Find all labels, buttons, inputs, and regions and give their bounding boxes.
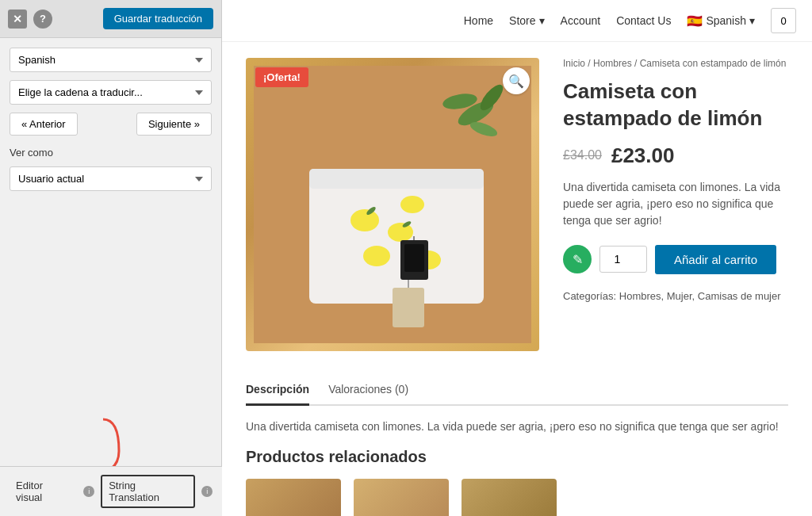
tabs-bar: Descripción Valoraciones (0) xyxy=(246,375,788,406)
svg-rect-7 xyxy=(309,169,484,189)
product-title: Camiseta con estampado de limón xyxy=(563,78,788,132)
svg-rect-16 xyxy=(404,244,424,272)
related-grid xyxy=(246,479,788,516)
related-card-3[interactable] xyxy=(462,479,557,516)
svg-point-8 xyxy=(350,209,379,231)
store-chevron-icon: ▾ xyxy=(539,14,545,27)
product-illustration xyxy=(254,66,531,343)
help-button[interactable]: ? xyxy=(33,10,52,29)
main-content: Home Store ▾ Account Contact Us 🇪🇸 Spani… xyxy=(222,0,812,516)
bottom-toolbar: Editor visual i String Translation i xyxy=(0,466,222,516)
product-info: Inicio / Hombres / Camiseta con estampad… xyxy=(563,58,788,351)
string-translation-tab[interactable]: String Translation xyxy=(101,475,195,508)
new-price: £23.00 xyxy=(611,143,675,168)
home-link[interactable]: Home xyxy=(464,14,493,27)
store-link[interactable]: Store ▾ xyxy=(509,14,544,27)
language-chevron-icon: ▾ xyxy=(749,14,755,27)
translation-panel: ✕ ? Guardar traducción Spanish Elige la … xyxy=(0,0,222,516)
breadcrumb: Inicio / Hombres / Camiseta con estampad… xyxy=(563,58,788,69)
product-image-container: ¡Oferta! 🔍 xyxy=(246,58,539,351)
related-products-section: Productos relacionados xyxy=(222,448,812,516)
panel-content: Spanish Elige la cadena a traducir... « … xyxy=(0,38,221,201)
contact-link[interactable]: Contact Us xyxy=(616,14,671,27)
prev-button[interactable]: « Anterior xyxy=(10,113,78,136)
string-select[interactable]: Elige la cadena a traducir... xyxy=(10,80,212,105)
navigation-buttons: « Anterior Siguiente » xyxy=(10,113,212,136)
top-navigation: Home Store ▾ Account Contact Us 🇪🇸 Spani… xyxy=(222,0,812,42)
tab-descripcion[interactable]: Descripción xyxy=(246,375,309,406)
svg-rect-18 xyxy=(393,288,424,327)
add-to-cart-row: ✎ Añadir al carrito xyxy=(563,245,788,274)
svg-point-9 xyxy=(388,223,413,242)
cart-button[interactable]: 0 xyxy=(771,8,796,33)
product-image: ¡Oferta! 🔍 xyxy=(246,58,539,351)
flag-icon: 🇪🇸 xyxy=(687,13,703,29)
quantity-input[interactable] xyxy=(599,246,647,273)
save-translation-button[interactable]: Guardar traducción xyxy=(103,8,213,29)
oferta-badge: ¡Oferta! xyxy=(255,67,308,87)
tab-valoraciones[interactable]: Valoraciones (0) xyxy=(328,375,408,406)
svg-point-10 xyxy=(363,246,390,266)
view-as-select[interactable]: Usuario actual xyxy=(10,166,212,191)
product-description: Una divertida camiseta con limones. La v… xyxy=(563,179,788,229)
price-block: £34.00 £23.00 xyxy=(563,143,788,168)
edit-icon-button[interactable]: ✎ xyxy=(563,245,592,273)
close-button[interactable]: ✕ xyxy=(8,10,27,29)
categories-label: Categorías: xyxy=(563,290,616,302)
old-price: £34.00 xyxy=(563,148,602,162)
related-card-1[interactable] xyxy=(246,479,341,516)
panel-toolbar: ✕ ? Guardar traducción xyxy=(0,0,221,38)
language-selector[interactable]: 🇪🇸 Spanish ▾ xyxy=(687,13,755,29)
add-to-cart-button[interactable]: Añadir al carrito xyxy=(655,245,776,274)
svg-point-11 xyxy=(400,196,424,213)
view-as-label: Ver como xyxy=(10,147,212,159)
categories-values: Hombres, Mujer, Camisas de mujer xyxy=(619,290,781,302)
account-link[interactable]: Account xyxy=(561,14,601,27)
tab-content: Una divertida camiseta con limones. La v… xyxy=(246,419,788,448)
tabs-section: Descripción Valoraciones (0) Una diverti… xyxy=(222,375,812,448)
related-card-2[interactable] xyxy=(354,479,449,516)
zoom-button[interactable]: 🔍 xyxy=(503,67,530,94)
string-translation-info-icon[interactable]: i xyxy=(201,486,213,497)
related-title: Productos relacionados xyxy=(246,448,788,466)
product-section: ¡Oferta! 🔍 xyxy=(222,42,812,367)
next-button[interactable]: Siguiente » xyxy=(136,113,212,136)
editor-visual-tab[interactable]: Editor visual xyxy=(10,476,77,506)
categories: Categorías: Hombres, Mujer, Camisas de m… xyxy=(563,290,788,302)
editor-visual-info-icon[interactable]: i xyxy=(83,486,94,497)
language-select[interactable]: Spanish xyxy=(10,48,212,72)
